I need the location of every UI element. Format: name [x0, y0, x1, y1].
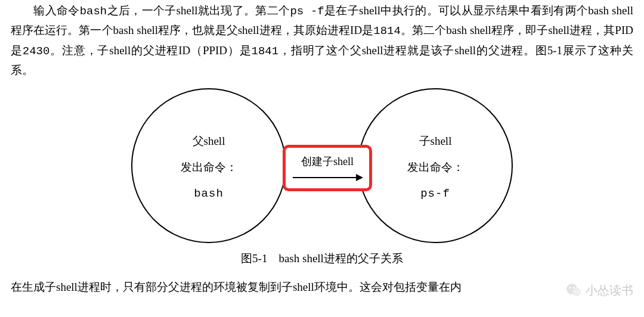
parent-shell-command: bash: [194, 184, 224, 203]
child-shell-circle: 子shell 发出命令： ps-f: [358, 88, 513, 243]
parent-shell-subtitle: 发出命令：: [181, 158, 237, 177]
figure-5-1: 父shell 发出命令： bash 创建子shell 子shell 发出命令： …: [11, 88, 633, 243]
child-shell-title: 子shell: [419, 132, 452, 151]
create-subshell-box: 创建子shell: [283, 145, 372, 191]
p1-pid2: 2430: [23, 45, 50, 58]
p1-code-bash: bash: [80, 5, 107, 18]
p1-code-psf: ps -f: [290, 5, 324, 18]
paragraph-2: 在生成子shell进程时，只有部分父进程的环境被复制到子shell环境中。这会对…: [11, 278, 633, 297]
child-shell-command: ps-f: [420, 184, 450, 203]
figure-caption: 图5-1 bash shell进程的父子关系: [11, 249, 633, 268]
p1-t1: 输入命令: [33, 4, 80, 17]
parent-shell-title: 父shell: [193, 132, 225, 151]
p1-t3: 之后，一个子shell就出现了。第二个: [107, 4, 290, 17]
diagram-area: 父shell 发出命令： bash 创建子shell 子shell 发出命令： …: [131, 88, 513, 243]
create-subshell-label: 创建子shell: [301, 153, 354, 171]
p2-text: 在生成子shell进程时，只有部分父进程的环境被复制到子shell环境中。这会对…: [11, 281, 462, 293]
paragraph-1: 输入命令bash之后，一个子shell就出现了。第二个ps -f是在子shell…: [11, 1, 633, 80]
child-shell-subtitle: 发出命令：: [407, 158, 464, 177]
p1-t9: 。注意，子shell的父进程ID（PPID）是: [49, 44, 251, 57]
arrow-right-icon: [292, 172, 363, 184]
p1-ppid: 1841: [252, 45, 279, 58]
p1-pid1: 1814: [373, 24, 401, 38]
parent-shell-circle: 父shell 发出命令： bash: [131, 88, 286, 243]
svg-marker-1: [356, 174, 363, 181]
